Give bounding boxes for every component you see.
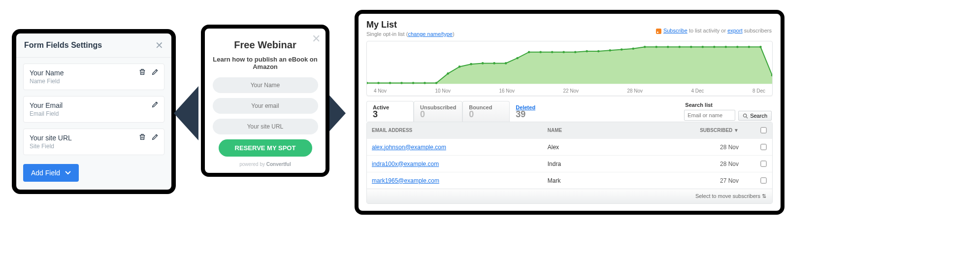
tab-active[interactable]: Active3 [366,101,414,122]
svg-point-8 [458,65,461,68]
close-icon[interactable]: ✕ [312,33,321,45]
search-button[interactable]: Search [738,111,772,121]
field-type: Name Field [30,78,158,85]
name-field[interactable] [213,77,318,93]
edit-icon[interactable] [151,68,159,78]
popup-subtitle: Learn how to publish an eBook on Amazon [210,56,321,70]
col-subscribed[interactable]: SUBSCRIBED ▼ [669,128,753,133]
form-fields-settings-panel: Form Fields Settings ✕ Your NameName Fie… [12,30,175,194]
svg-point-30 [713,46,716,48]
svg-point-34 [759,46,762,48]
rss-icon [656,29,661,34]
svg-point-9 [470,63,472,65]
svg-point-20 [597,50,600,53]
svg-point-18 [574,51,577,53]
subscriber-email-link[interactable]: indra100x@example.com [372,161,543,167]
change-name-type-link[interactable]: change name/type [408,31,453,37]
table-row: mark1965@example.comMark27 Nov [367,172,772,189]
reserve-button[interactable]: RESERVE MY SPOT [219,139,312,157]
svg-point-12 [505,62,507,65]
svg-point-29 [702,46,704,48]
subscribed-date: 27 Nov [669,177,753,184]
field-type: Email Field [30,110,158,117]
svg-point-32 [736,46,739,48]
field-row[interactable]: Your site URLSite Field [23,129,164,155]
select-all-checkbox[interactable] [760,127,766,133]
powered-by: powered by Convertful [210,162,321,167]
svg-line-37 [746,117,748,118]
carousel-prev-peek[interactable] [174,86,198,140]
xaxis-tick: 10 Nov [435,88,451,94]
xaxis-tick: 8 Dec [752,88,765,94]
edit-icon[interactable] [151,100,159,110]
xaxis-tick: 4 Nov [374,88,387,94]
tab-deleted[interactable]: Deleted39 [510,101,556,122]
top-links: Subscribe to list activity or export sub… [656,28,772,34]
col-email[interactable]: EMAIL ADDRESS [372,128,543,133]
subscriber-email-link[interactable]: alex.johnson@example.com [372,144,543,151]
svg-point-24 [644,46,646,48]
svg-point-1 [377,82,380,84]
panel-title: Form Fields Settings [24,41,102,50]
subscriber-name: Mark [548,177,664,184]
svg-point-15 [539,51,542,53]
subscribe-link[interactable]: Subscribe [663,28,687,33]
svg-point-36 [744,114,747,117]
row-checkbox[interactable] [760,177,766,183]
search-icon [743,113,748,119]
xaxis-tick: 16 Nov [499,88,515,94]
xaxis-tick: 4 Dec [691,88,704,94]
subscriber-name: Indra [548,161,664,167]
field-row[interactable]: Your EmailEmail Field [23,96,164,123]
table-footer[interactable]: Select to move subscribers ⇅ [367,189,772,203]
svg-point-27 [679,46,681,48]
field-row[interactable]: Your NameName Field [23,64,164,90]
subscriber-name: Alex [548,144,664,151]
my-list-panel: My List Single opt-in list (change name/… [355,10,784,215]
chevron-down-icon [65,170,71,176]
activity-chart: 4 Nov10 Nov16 Nov22 Nov28 Nov4 Dec8 Dec [366,41,773,96]
xaxis-tick: 22 Nov [563,88,579,94]
svg-point-7 [447,72,449,75]
svg-point-5 [424,82,426,84]
tab-unsubscribed[interactable]: Unsubscribed0 [414,101,462,122]
table-row: alex.johnson@example.comAlex28 Nov [367,138,772,155]
trash-icon[interactable] [138,133,146,143]
svg-point-14 [528,51,530,53]
svg-point-33 [748,46,751,48]
subscribed-date: 28 Nov [669,144,753,151]
xaxis-tick: 28 Nov [627,88,643,94]
edit-icon[interactable] [151,133,159,143]
export-link[interactable]: export [727,28,743,33]
svg-point-21 [609,49,611,52]
svg-point-4 [412,82,415,84]
subscriber-email-link[interactable]: mark1965@example.com [372,177,543,184]
svg-point-13 [516,57,519,60]
subscribed-date: 28 Nov [669,161,753,167]
trash-icon[interactable] [138,68,146,78]
row-checkbox[interactable] [760,161,766,166]
col-name[interactable]: NAME [548,128,664,133]
add-field-button[interactable]: Add Field [23,164,79,182]
svg-point-25 [655,46,657,48]
svg-point-26 [667,46,669,48]
svg-point-22 [621,48,623,51]
close-icon[interactable]: ✕ [155,40,163,50]
svg-point-3 [400,82,403,84]
svg-point-28 [690,46,692,48]
url-field[interactable] [213,119,318,134]
table-row: indra100x@example.comIndra28 Nov [367,155,772,172]
add-field-label: Add Field [31,169,60,177]
svg-point-11 [493,62,495,65]
field-type: Site Field [30,143,158,150]
search-input[interactable] [684,110,735,121]
row-checkbox[interactable] [760,144,766,150]
tab-bounced[interactable]: Bounced0 [462,101,510,122]
svg-point-23 [632,47,634,50]
subscribers-table: EMAIL ADDRESS NAME SUBSCRIBED ▼ alex.joh… [366,122,773,204]
email-field[interactable] [213,98,318,114]
webinar-popup: ✕ Free Webinar Learn how to publish an e… [201,25,329,177]
svg-point-19 [586,50,588,53]
svg-point-10 [482,62,484,65]
svg-point-6 [435,82,438,84]
